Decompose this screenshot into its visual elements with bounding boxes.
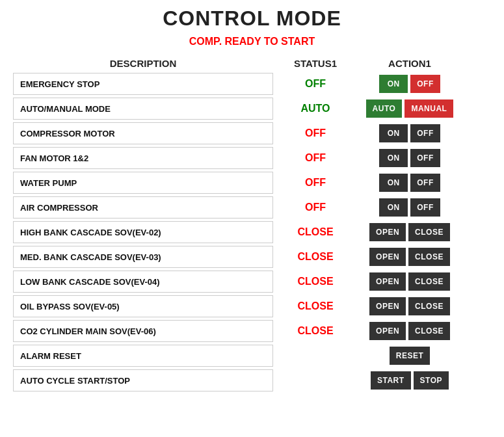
table-row-compressor-motor: COMPRESSOR MOTOROFFONOFF (13, 122, 491, 144)
water-pump-on[interactable]: ON (379, 174, 408, 192)
air-compressor-on[interactable]: ON (379, 198, 408, 217)
water-pump-off[interactable]: OFF (410, 174, 440, 192)
desc-cell-compressor-motor: COMPRESSOR MOTOR (13, 122, 273, 144)
action-cell-co2-cylinder-main: OPENCLOSE (358, 322, 462, 340)
table-row-high-bank-cascade: HIGH BANK CASCADE SOV(EV-02)CLOSEOPENCLO… (13, 221, 491, 243)
action-cell-fan-motor: ONOFF (358, 149, 462, 167)
page-title: CONTROL MODE (13, 7, 491, 31)
oil-bypass-open[interactable]: OPEN (369, 297, 406, 315)
table-row-fan-motor: FAN MOTOR 1&2OFFONOFF (13, 147, 491, 169)
status-cell-high-bank-cascade: CLOSE (273, 226, 358, 238)
table-row-alarm-reset: ALARM RESETRESET (13, 345, 491, 367)
table-row-co2-cylinder-main: CO2 CYLINDER MAIN SOV(EV-06)CLOSEOPENCLO… (13, 320, 491, 342)
table-row-auto-manual-mode: AUTO/MANUAL MODEAUTOAUTOMANUAL (13, 98, 491, 120)
table-row-med-bank-cascade: MED. BANK CASCADE SOV(EV-03)CLOSEOPENCLO… (13, 246, 491, 268)
status-cell-co2-cylinder-main: CLOSE (273, 325, 358, 337)
auto-cycle-stop[interactable]: STOP (414, 371, 449, 390)
fan-motor-off[interactable]: OFF (410, 149, 440, 167)
status-cell-water-pump: OFF (273, 177, 358, 189)
desc-cell-high-bank-cascade: HIGH BANK CASCADE SOV(EV-02) (13, 221, 273, 243)
header-action: ACTION1 (358, 58, 462, 69)
emergency-stop-off[interactable]: OFF (410, 75, 440, 93)
high-bank-open[interactable]: OPEN (369, 223, 406, 241)
action-cell-low-bank-cascade: OPENCLOSE (358, 272, 462, 291)
compressor-motor-on[interactable]: ON (379, 124, 408, 142)
action-cell-auto-manual-mode: AUTOMANUAL (358, 99, 462, 118)
oil-bypass-close[interactable]: CLOSE (408, 297, 450, 315)
action-cell-high-bank-cascade: OPENCLOSE (358, 223, 462, 241)
auto-manual-auto[interactable]: AUTO (366, 99, 403, 118)
action-cell-emergency-stop: ONOFF (358, 75, 462, 93)
desc-cell-emergency-stop: EMERGENCY STOP (13, 73, 273, 95)
table-row-emergency-stop: EMERGENCY STOPOFFONOFF (13, 73, 491, 95)
table-row-oil-bypass-sov: OIL BYPASS SOV(EV-05)CLOSEOPENCLOSE (13, 295, 491, 317)
co2-cylinder-close[interactable]: CLOSE (408, 322, 450, 340)
table-row-water-pump: WATER PUMPOFFONOFF (13, 172, 491, 194)
air-compressor-off[interactable]: OFF (410, 198, 440, 217)
high-bank-close[interactable]: CLOSE (408, 223, 450, 241)
desc-cell-co2-cylinder-main: CO2 CYLINDER MAIN SOV(EV-06) (13, 320, 273, 342)
action-cell-auto-cycle: STARTSTOP (358, 371, 462, 390)
med-bank-open[interactable]: OPEN (369, 248, 406, 266)
header-status: STATUS1 (273, 58, 358, 69)
auto-manual-manual[interactable]: MANUAL (405, 99, 453, 118)
action-cell-oil-bypass-sov: OPENCLOSE (358, 297, 462, 315)
desc-cell-low-bank-cascade: LOW BANK CASCADE SOV(EV-04) (13, 271, 273, 293)
status-cell-med-bank-cascade: CLOSE (273, 251, 358, 263)
desc-cell-alarm-reset: ALARM RESET (13, 345, 273, 367)
fan-motor-on[interactable]: ON (379, 149, 408, 167)
table-row-auto-cycle: AUTO CYCLE START/STOPSTARTSTOP (13, 369, 491, 391)
action-cell-alarm-reset: RESET (358, 347, 462, 365)
low-bank-open[interactable]: OPEN (369, 272, 406, 291)
desc-cell-water-pump: WATER PUMP (13, 172, 273, 194)
desc-cell-fan-motor: FAN MOTOR 1&2 (13, 147, 273, 169)
status-cell-low-bank-cascade: CLOSE (273, 276, 358, 287)
status-cell-auto-manual-mode: AUTO (273, 103, 358, 114)
co2-cylinder-open[interactable]: OPEN (369, 322, 406, 340)
status-banner: COMP. READY TO START (13, 36, 491, 47)
desc-cell-auto-cycle: AUTO CYCLE START/STOP (13, 369, 273, 391)
status-cell-emergency-stop: OFF (273, 78, 358, 90)
desc-cell-oil-bypass-sov: OIL BYPASS SOV(EV-05) (13, 295, 273, 317)
action-cell-med-bank-cascade: OPENCLOSE (358, 248, 462, 266)
status-cell-oil-bypass-sov: CLOSE (273, 300, 358, 312)
desc-cell-med-bank-cascade: MED. BANK CASCADE SOV(EV-03) (13, 246, 273, 268)
status-cell-compressor-motor: OFF (273, 127, 358, 139)
compressor-motor-off[interactable]: OFF (410, 124, 440, 142)
desc-cell-air-compressor: AIR COMPRESSOR (13, 196, 273, 218)
action-cell-compressor-motor: ONOFF (358, 124, 462, 142)
desc-cell-auto-manual-mode: AUTO/MANUAL MODE (13, 98, 273, 120)
header-description: DESCRIPTION (13, 58, 273, 69)
table-row-low-bank-cascade: LOW BANK CASCADE SOV(EV-04)CLOSEOPENCLOS… (13, 271, 491, 293)
low-bank-close[interactable]: CLOSE (408, 272, 450, 291)
emergency-stop-on[interactable]: ON (379, 75, 408, 93)
status-cell-fan-motor: OFF (273, 152, 358, 164)
auto-cycle-start[interactable]: START (371, 371, 411, 390)
action-cell-water-pump: ONOFF (358, 174, 462, 192)
med-bank-close[interactable]: CLOSE (408, 248, 450, 266)
status-cell-air-compressor: OFF (273, 202, 358, 213)
action-cell-air-compressor: ONOFF (358, 198, 462, 217)
alarm-reset-btn[interactable]: RESET (390, 347, 431, 365)
table-row-air-compressor: AIR COMPRESSOROFFONOFF (13, 196, 491, 218)
